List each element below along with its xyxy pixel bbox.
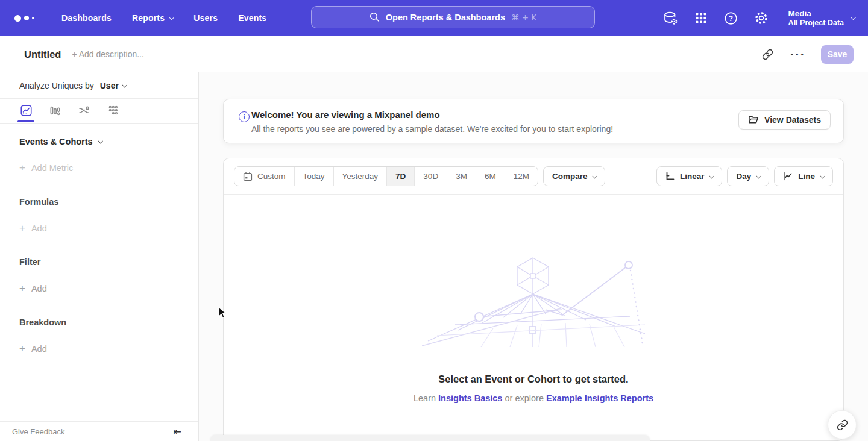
interval-dropdown[interactable]: Day — [727, 166, 769, 186]
nav-dashboards[interactable]: Dashboards — [61, 13, 112, 23]
give-feedback-link[interactable]: Give Feedback — [12, 427, 64, 436]
report-description-placeholder[interactable]: + Add description... — [72, 49, 143, 59]
sidebar-footer: Give Feedback ⇤ — [0, 421, 198, 441]
tab-bar-chart[interactable] — [47, 105, 63, 123]
nav-reports[interactable]: Reports — [132, 13, 173, 23]
empty-state: Select an Event or Cohort to get started… — [224, 195, 843, 403]
calendar-icon — [243, 172, 253, 181]
report-title[interactable]: Untitled — [24, 49, 61, 60]
chevron-down-icon — [851, 15, 855, 20]
axes-icon — [665, 172, 675, 181]
range-today[interactable]: Today — [294, 167, 333, 186]
banner-title: Welcome! You are viewing a Mixpanel demo — [251, 110, 440, 120]
data-management-icon[interactable] — [663, 10, 679, 26]
plus-icon: + — [19, 162, 25, 174]
settings-gear-icon[interactable] — [753, 10, 769, 26]
range-3m[interactable]: 3M — [447, 167, 476, 186]
more-options-icon[interactable]: ••• — [790, 51, 805, 58]
apps-grid-icon[interactable] — [693, 10, 709, 26]
insights-report-card: Custom Today Yesterday 7D 30D 3M 6M 12M … — [223, 158, 844, 441]
search-shortcut: ⌘ + K — [511, 13, 536, 22]
chevron-down-icon — [122, 83, 127, 87]
plus-icon: + — [19, 343, 25, 355]
empty-state-links: Learn Insights Basics or explore Example… — [224, 393, 843, 403]
project-selector[interactable]: Media All Project Data — [788, 8, 855, 28]
chart-type-dropdown[interactable]: Line — [774, 166, 833, 186]
filter-section-title: Filter — [19, 257, 198, 267]
scale-dropdown[interactable]: Linear — [656, 166, 723, 186]
formulas-section-title: Formulas — [19, 197, 198, 207]
share-link-button[interactable] — [828, 410, 857, 439]
tab-line-chart[interactable] — [18, 105, 34, 123]
analyze-by-row: Analyze Uniques by User — [0, 72, 198, 98]
analyze-value-dropdown[interactable]: User — [100, 81, 119, 90]
view-datasets-button[interactable]: View Datasets — [738, 110, 831, 130]
query-builder-sidebar: Analyze Uniques by User Events — [0, 72, 199, 441]
search-icon — [370, 12, 380, 22]
nav-events[interactable]: Events — [238, 13, 266, 23]
chevron-down-icon — [593, 174, 597, 178]
empty-state-illustration — [422, 257, 645, 347]
mixpanel-insights-page: Dashboards Reports Users Events Open Rep… — [0, 0, 868, 441]
range-12m[interactable]: 12M — [505, 167, 538, 186]
insights-line-chart-icon — [20, 105, 32, 116]
add-filter-button[interactable]: + Add — [19, 283, 198, 295]
project-scope: All Project Data — [788, 19, 844, 28]
events-cohorts-section[interactable]: Events & Cohorts — [19, 137, 198, 146]
copy-link-icon[interactable] — [761, 48, 775, 61]
date-range-selector: Custom Today Yesterday 7D 30D 3M 6M 12M — [234, 166, 538, 186]
range-6m[interactable]: 6M — [476, 167, 505, 186]
search-placeholder: Open Reports & Dashboards — [386, 13, 505, 22]
insights-basics-link[interactable]: Insights Basics — [438, 393, 502, 403]
bottom-panel-edge[interactable] — [210, 435, 650, 441]
banner-subtitle: All the reports you see are powered by a… — [251, 124, 613, 134]
chevron-down-icon — [820, 174, 825, 178]
mixpanel-logo-icon[interactable] — [14, 15, 41, 22]
collapse-sidebar-icon[interactable]: ⇤ — [174, 426, 181, 437]
chevron-down-icon — [709, 174, 714, 178]
plus-icon: + — [19, 283, 25, 295]
flow-chart-icon — [78, 105, 90, 116]
compare-dropdown[interactable]: Compare — [543, 166, 606, 186]
line-chart-icon — [783, 172, 793, 181]
range-30d[interactable]: 30D — [414, 167, 447, 186]
empty-state-title: Select an Event or Cohort to get started… — [224, 374, 843, 385]
report-header: Untitled + Add description... ••• Save — [0, 36, 868, 72]
tab-scatter-chart[interactable] — [105, 105, 121, 123]
add-formula-button[interactable]: + Add — [19, 222, 198, 234]
help-icon[interactable]: ? — [723, 10, 739, 26]
info-icon: i — [239, 111, 250, 122]
folder-icon — [748, 114, 759, 125]
breakdown-section-title: Breakdown — [19, 317, 198, 327]
range-yesterday[interactable]: Yesterday — [333, 167, 387, 186]
tab-flow-chart[interactable] — [76, 105, 92, 123]
range-custom[interactable]: Custom — [234, 167, 294, 186]
top-nav: Dashboards Reports Users Events Open Rep… — [0, 0, 868, 36]
analyze-prefix: Analyze Uniques by — [19, 81, 94, 90]
range-7d[interactable]: 7D — [386, 167, 414, 186]
plus-icon: + — [19, 222, 25, 234]
welcome-banner: i Welcome! You are viewing a Mixpanel de… — [223, 99, 844, 143]
chevron-down-icon — [98, 139, 102, 143]
chart-type-tabs — [0, 98, 198, 124]
nav-users[interactable]: Users — [193, 13, 218, 23]
chevron-down-icon — [756, 174, 761, 178]
scatter-chart-icon — [107, 105, 119, 116]
add-metric-button[interactable]: + Add Metric — [19, 162, 198, 174]
global-search-input[interactable]: Open Reports & Dashboards ⌘ + K — [311, 6, 595, 28]
save-button[interactable]: Save — [821, 45, 854, 64]
add-breakdown-button[interactable]: + Add — [19, 343, 198, 355]
example-insights-reports-link[interactable]: Example Insights Reports — [546, 393, 653, 403]
link-icon — [837, 419, 848, 431]
chevron-down-icon — [169, 15, 174, 20]
svg-text:?: ? — [729, 14, 733, 22]
project-name: Media — [788, 8, 844, 19]
bar-chart-icon — [49, 105, 61, 116]
chart-controls: Custom Today Yesterday 7D 30D 3M 6M 12M … — [234, 166, 833, 186]
